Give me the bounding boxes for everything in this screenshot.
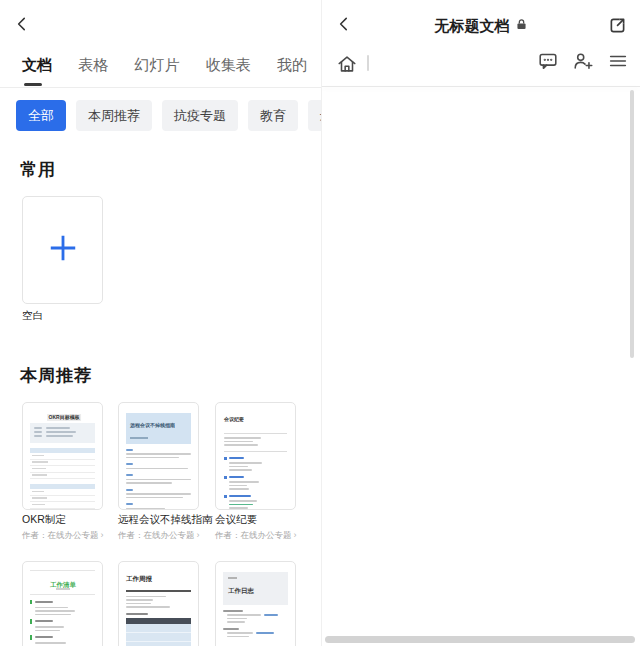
vertical-scrollbar[interactable] [630,90,634,358]
chevron-right-icon: › [197,530,200,540]
template-card-weekly-report[interactable]: 工作周报 [118,561,199,646]
template-card-remote-guide[interactable]: 远程会议不掉线指南 [118,402,199,510]
editor-toolbar-actions [536,51,630,75]
template-name: 会议纪要 [215,513,257,527]
filter-epidemic[interactable]: 抗疫专题 [162,100,238,131]
filter-weekly[interactable]: 本周推荐 [76,100,152,131]
tab-forms[interactable]: 收集表 [206,56,251,75]
share-button[interactable] [604,12,630,38]
thumb-table [30,484,95,509]
active-tab-indicator [24,83,42,86]
template-thumbnail: 工作清单 [23,562,102,646]
chevron-right-icon: › [101,530,104,540]
section-title-weekly: 本周推荐 [20,364,92,387]
template-card-minutes[interactable]: 会议纪要 [215,402,296,510]
document-editor-panel: 无标题文档 [322,0,640,646]
plus-icon [47,232,79,268]
hamburger-menu-icon [607,50,629,76]
tab-bar: 文档 表格 幻灯片 收集表 我的 [0,50,321,80]
filter-all[interactable]: 全部 [16,100,66,131]
template-author-link[interactable]: 作者：在线办公专题› [22,530,104,542]
template-thumbnail: 工作周报 [119,562,198,646]
comment-bubble-icon [537,50,559,76]
back-button[interactable] [8,10,36,38]
template-author-link[interactable]: 作者：在线办公专题› [118,530,200,542]
template-card-okr[interactable]: OKR目标模板 [22,402,103,510]
filter-remote-work[interactable]: 远程办 [308,100,321,131]
add-collaborator-button[interactable] [571,51,595,75]
split-screen: 文档 表格 幻灯片 收集表 我的 全部 本周推荐 抗疫专题 教育 远程办 常用 … [0,0,640,646]
filter-education[interactable]: 教育 [248,100,298,131]
template-name: 远程会议不掉线指南 [118,513,213,527]
toolbar-divider [367,55,369,71]
thumb-table [30,448,95,479]
document-title-row: 无标题文档 [322,14,640,38]
comments-button[interactable] [536,51,560,75]
template-card-daily-log[interactable]: 工作日志 [215,561,296,646]
section-title-frequent: 常用 [20,158,56,181]
template-thumbnail: 工作日志 [216,562,295,646]
template-thumbnail: 会议纪要 [216,403,295,509]
template-thumbnail: OKR目标模板 [23,403,102,509]
tab-slides[interactable]: 幻灯片 [135,56,180,75]
template-gallery-panel: 文档 表格 幻灯片 收集表 我的 全部 本周推荐 抗疫专题 教育 远程办 常用 … [0,0,321,646]
chevron-right-icon: › [294,530,297,540]
thumb-title: OKR目标模板 [47,414,81,421]
blank-template-card[interactable] [22,196,103,304]
add-person-icon [572,50,594,76]
thumb-title: 远程会议不掉线指南 [130,422,175,429]
share-export-icon [607,15,628,36]
document-title: 无标题文档 [435,17,510,36]
home-icon [336,53,358,75]
tab-mine[interactable]: 我的 [277,56,307,75]
thumb-title: 工作清单 [50,580,76,589]
tab-docs[interactable]: 文档 [22,56,52,75]
thumb-title: 工作周报 [126,574,152,583]
thumb-title: 会议纪要 [224,416,244,423]
blank-card-label: 空白 [22,309,43,323]
chevron-left-icon [13,15,31,33]
template-author-link[interactable]: 作者：在线办公专题› [215,530,297,542]
divider [0,87,321,88]
thumb-title: 工作日志 [228,586,254,595]
divider [322,86,640,87]
template-card-checklist[interactable]: 工作清单 [22,561,103,646]
lock-icon [515,17,528,35]
template-thumbnail: 远程会议不掉线指南 [119,403,198,509]
horizontal-scrollbar[interactable] [325,636,635,643]
menu-button[interactable] [606,51,630,75]
filter-chip-row: 全部 本周推荐 抗疫专题 教育 远程办 [16,100,321,131]
template-name: OKR制定 [22,513,66,527]
home-button[interactable] [334,51,360,77]
tab-sheets[interactable]: 表格 [78,56,108,75]
